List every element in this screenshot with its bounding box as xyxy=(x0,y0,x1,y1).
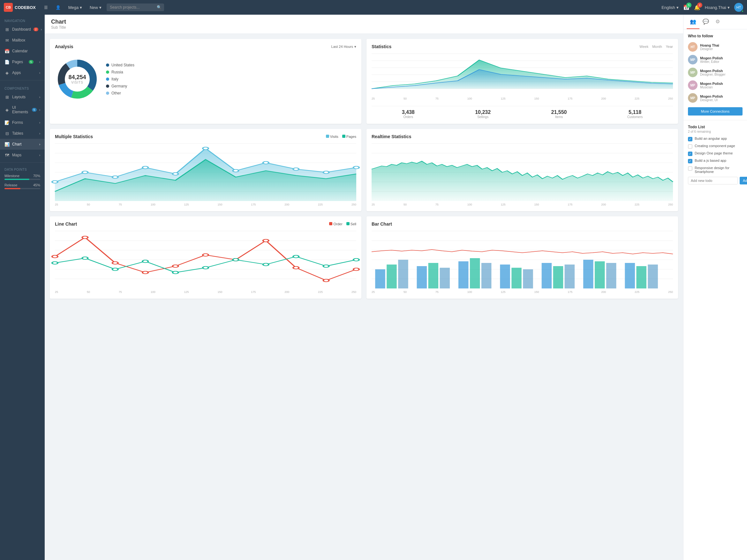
line-legend: Order Sell xyxy=(329,222,356,226)
chart-icon: 📊 xyxy=(4,142,9,147)
chart-row-2: Multiple Statistics Visits Pages xyxy=(50,129,678,211)
sidebar-item-dashboard[interactable]: ⊞ Dashboard 2 › xyxy=(0,24,45,35)
sidebar-item-label: UI Elements xyxy=(12,105,29,114)
sidebar-item-layouts[interactable]: ⊞ Layouts › xyxy=(0,91,45,102)
svg-point-21 xyxy=(143,166,148,169)
milestone-progress: Milestone 70% xyxy=(4,174,40,180)
sidebar-item-forms[interactable]: 📝 Forms › xyxy=(0,117,45,128)
logo-box: CB xyxy=(4,3,13,12)
chevron-right-icon: › xyxy=(39,143,40,146)
calendar-button[interactable]: 📅 5 xyxy=(683,4,690,10)
notifications-badge: 2 xyxy=(697,3,702,8)
page-header: Chart Sub Title xyxy=(45,15,683,34)
stat-items: 21,550 Items xyxy=(551,109,567,119)
apps-icon: ◈ xyxy=(4,70,9,75)
tab-week[interactable]: Week xyxy=(639,45,648,49)
svg-rect-81 xyxy=(542,263,551,289)
sidebar-item-pages[interactable]: 📄 Pages 5 › xyxy=(0,56,45,67)
sidebar-item-apps[interactable]: ◈ Apps › xyxy=(0,67,45,78)
todo-checkbox[interactable] xyxy=(688,144,692,149)
todo-checkbox[interactable]: ✓ xyxy=(688,159,692,163)
sidebar-item-chart[interactable]: 📊 Chart › xyxy=(0,139,45,150)
avatar: MP xyxy=(688,68,697,77)
data-points-section: Data Points Milestone 70% Release 45% xyxy=(0,165,45,195)
logo-text: CODEBOX xyxy=(15,5,36,10)
nav-right: English ▾ 📅 5 🔔 2 Hoang.Thai ▾ HT xyxy=(662,3,743,12)
search-input[interactable] xyxy=(107,3,164,11)
statistics-tabs: Week Month Year xyxy=(639,45,673,49)
todo-checkbox[interactable] xyxy=(688,166,692,171)
sidebar-item-label: Calendar xyxy=(12,49,28,53)
todo-input[interactable] xyxy=(688,177,738,184)
todo-label: Build a js based app xyxy=(695,159,726,162)
chevron-right-icon: › xyxy=(39,132,40,135)
user-button[interactable]: 👤 xyxy=(53,4,63,11)
right-panel-tabs: 👥 💬 ⚙ xyxy=(684,15,747,29)
sidebar-item-mailbox[interactable]: ✉ Mailbox xyxy=(0,35,45,46)
dashboard-icon: ⊞ xyxy=(4,27,9,32)
svg-point-18 xyxy=(52,181,58,183)
top-navigation: CB CODEBOX ☰ 👤 Mega ▾ New ▾ 🔍 English ▾ … xyxy=(0,0,747,15)
logo[interactable]: CB CODEBOX xyxy=(4,3,36,12)
calendar-badge: 5 xyxy=(686,3,692,8)
new-menu-button[interactable]: New ▾ xyxy=(87,4,104,11)
sidebar-item-ui-elements[interactable]: ◈ UI Elements 5 › xyxy=(0,102,45,117)
multiple-title: Multiple Statistics xyxy=(55,134,93,139)
layouts-icon: ⊞ xyxy=(4,95,9,100)
notifications-button[interactable]: 🔔 2 xyxy=(694,4,700,10)
statistics-chart xyxy=(371,54,673,95)
follow-info: Mogen Polish Designer, Blogger xyxy=(700,69,743,76)
legend-item: United States xyxy=(106,63,134,67)
user-menu[interactable]: Hoang.Thai ▾ xyxy=(705,5,730,10)
todo-label: Responsive design for Smartphone xyxy=(695,166,743,174)
svg-rect-89 xyxy=(648,265,658,289)
sidebar-item-tables[interactable]: ⊟ Tables › xyxy=(0,128,45,139)
svg-rect-76 xyxy=(470,258,480,289)
svg-point-23 xyxy=(203,147,208,150)
mega-menu-button[interactable]: Mega ▾ xyxy=(66,4,85,11)
sidebar-item-label: Dashboard xyxy=(12,27,31,32)
avatar-button[interactable]: HT xyxy=(734,3,743,12)
online-indicator xyxy=(741,10,744,12)
sidebar-item-label: Tables xyxy=(12,131,23,136)
ui-badge: 5 xyxy=(32,108,37,112)
add-todo-button[interactable]: Add xyxy=(740,177,747,184)
hamburger-button[interactable]: ☰ xyxy=(42,4,50,11)
chevron-right-icon: › xyxy=(39,96,40,99)
content-area: Analysis Last 24 Hours ▾ xyxy=(45,34,683,560)
page-subtitle: Sub Title xyxy=(51,25,677,30)
svg-point-26 xyxy=(293,168,299,170)
tab-year[interactable]: Year xyxy=(666,45,673,49)
chevron-right-icon: › xyxy=(39,71,40,75)
chevron-right-icon: › xyxy=(39,121,40,125)
todo-checkbox[interactable]: ✓ xyxy=(688,152,692,156)
rp-tab-settings[interactable]: ⚙ xyxy=(712,15,723,29)
sidebar-item-maps[interactable]: 🗺 Maps › xyxy=(0,150,45,160)
milestone-bar xyxy=(4,179,29,180)
chart-row-1: Analysis Last 24 Hours ▾ xyxy=(50,39,678,124)
todo-checkbox[interactable]: ✓ xyxy=(688,137,692,141)
sidebar-item-calendar[interactable]: 📅 Calendar xyxy=(0,46,45,56)
todo-section: Todo List 2 of 6 remaining ✓ Build an an… xyxy=(684,120,747,189)
todo-item: ✓ Build an angular app xyxy=(688,137,743,141)
svg-rect-78 xyxy=(500,265,510,289)
stat-orders: 3,438 Orders xyxy=(402,109,415,119)
realtime-chart xyxy=(371,143,673,201)
right-panel: 👥 💬 ⚙ Who to follow HT Hoang Thai Design… xyxy=(683,15,747,560)
todo-label: Build an angular app xyxy=(695,137,727,140)
svg-rect-87 xyxy=(625,263,635,289)
more-connections-button[interactable]: More Connections xyxy=(688,107,743,115)
tab-month[interactable]: Month xyxy=(652,45,662,49)
svg-point-44 xyxy=(143,271,148,274)
release-bar xyxy=(4,188,20,189)
rp-tab-contacts[interactable]: 👥 xyxy=(687,15,699,29)
pages-badge: 5 xyxy=(29,60,33,64)
sidebar-item-label: Layouts xyxy=(12,95,26,99)
time-selector[interactable]: Last 24 Hours ▾ xyxy=(331,45,356,49)
analysis-body: 84,254 VISITS United States Russ xyxy=(55,54,356,105)
statistics-title: Statistics xyxy=(371,44,391,49)
language-selector[interactable]: English ▾ xyxy=(662,5,679,10)
todo-item: ✓ Build a js based app xyxy=(688,159,743,163)
rp-tab-messages[interactable]: 💬 xyxy=(699,15,712,29)
sidebar-item-label: Chart xyxy=(12,142,21,146)
